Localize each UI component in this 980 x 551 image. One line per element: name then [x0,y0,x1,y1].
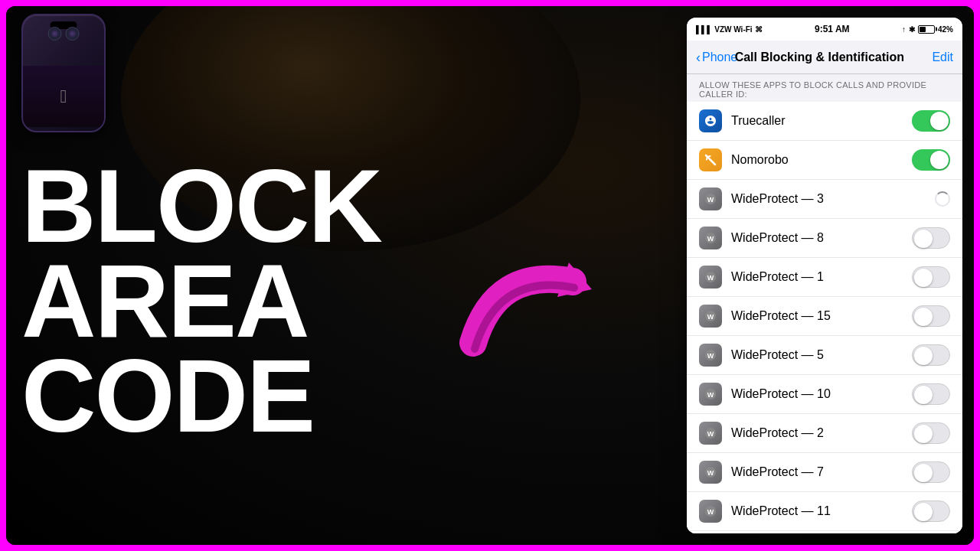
toggle-thumb [914,347,933,365]
list-item: WWideProtect — 15 [687,297,962,336]
svg-text:W: W [707,508,714,516]
left-area:  BLOCK AREA CODE [6,6,687,545]
big-text-line2: AREA [21,254,381,349]
list-item: WWideProtect — 7 [687,453,962,492]
status-bar: ▌▌▌ VZW Wi-Fi ⌘ 9:51 AM ↑ ✱ 42% [687,18,962,41]
toggle-thumb [914,425,933,443]
svg-text:W: W [707,391,714,399]
app-toggle[interactable] [912,461,950,483]
app-toggle[interactable] [912,305,950,327]
app-icon-wideprotect: W [699,461,722,484]
app-name-label: WideProtect — 15 [731,309,912,323]
list-item: WWideProtect — 11 [687,492,962,531]
svg-text:W: W [707,235,714,243]
app-toggle[interactable] [912,500,950,522]
app-toggle[interactable] [912,383,950,405]
nav-title: Call Blocking & Identification [711,51,927,64]
edit-button[interactable]: Edit [932,51,953,64]
status-right: ↑ ✱ 42% [902,25,953,34]
chevron-left-icon: ‹ [696,51,701,64]
main-container:  BLOCK AREA CODE [6,6,974,545]
toggle-thumb [914,308,933,326]
app-toggle[interactable] [912,110,950,132]
toggle-thumb [914,386,933,404]
app-toggle[interactable] [912,227,950,249]
list-item: Truecaller [687,102,962,141]
battery-fill [920,27,926,32]
location-icon: ↑ [902,25,906,34]
navigation-bar: ‹ Phone Call Blocking & Identification E… [687,41,962,74]
app-icon-truecaller [699,109,722,132]
app-name-label: WideProtect — 5 [731,348,912,362]
list-item: WWideProtect — 1 [687,258,962,297]
battery-percent: 42% [938,25,953,34]
app-name-label: Truecaller [731,114,912,128]
app-toggle[interactable] [912,344,950,366]
toggle-thumb [930,112,949,130]
status-time: 9:51 AM [815,24,850,34]
bluetooth-icon: ✱ [909,25,915,34]
app-icon-wideprotect: W [699,344,722,367]
camera-lens-2 [66,27,80,41]
signal-bars-icon: ▌▌▌ [696,25,712,34]
iphone-screen:  [23,66,104,127]
toggle-thumb [914,230,933,248]
apple-logo-icon:  [60,86,67,107]
side-button [104,38,106,69]
battery-icon [918,25,935,34]
arrow-container [450,220,603,373]
list-item: WWideProtect — 3 [687,180,962,219]
app-icon-wideprotect: W [699,266,722,289]
app-name-label: WideProtect — 11 [731,504,912,518]
app-icon-wideprotect: W [699,305,722,328]
big-text-line3: CODE [21,349,381,444]
app-list: TruecallerNomoroboWWideProtect — 3WWideP… [687,102,962,533]
app-icon-wideprotect: W [699,187,722,210]
app-name-label: WideProtect — 2 [731,426,912,440]
app-toggle[interactable] [912,149,950,171]
loading-spinner-icon [935,191,950,207]
list-item: Nomorobo [687,141,962,180]
svg-text:W: W [707,430,714,438]
svg-text:W: W [707,469,714,477]
toggle-thumb [914,269,933,287]
camera-lens-1 [48,27,62,41]
app-name-label: WideProtect — 1 [731,270,912,284]
toggle-thumb [930,151,949,169]
toggle-thumb [914,464,933,482]
app-name-label: WideProtect — 8 [731,231,912,245]
wifi-icon: ⌘ [755,25,763,34]
toggle-thumb [914,503,933,521]
svg-text:W: W [707,196,714,204]
iphone-body:  [21,14,106,132]
svg-text:W: W [707,274,714,282]
outer-border:  BLOCK AREA CODE [0,0,980,551]
app-icon-wideprotect: W [699,227,722,249]
iphone-mockup:  [21,14,113,136]
carrier-label: VZW Wi-Fi [714,25,752,34]
camera-area [48,27,80,41]
status-left: ▌▌▌ VZW Wi-Fi ⌘ [696,25,763,34]
svg-text:W: W [707,352,714,360]
big-text-line1: BLOCK [21,159,381,254]
app-icon-nomorobo [699,148,722,171]
list-item: WWideProtect — 8 [687,219,962,258]
app-icon-wideprotect: W [699,500,722,523]
svg-text:W: W [707,313,714,321]
list-item: WWideProtect — 12 [687,531,962,533]
app-name-label: Nomorobo [731,153,912,167]
app-name-label: WideProtect — 7 [731,465,912,479]
ios-settings-panel: ▌▌▌ VZW Wi-Fi ⌘ 9:51 AM ↑ ✱ 42% ‹ [687,18,962,533]
list-item: WWideProtect — 10 [687,375,962,414]
section-header: ALLOW THESE APPS TO BLOCK CALLS AND PROV… [687,74,962,102]
arrow-icon [450,220,603,373]
app-name-label: WideProtect — 3 [731,192,935,206]
app-name-label: WideProtect — 10 [731,387,912,401]
app-toggle[interactable] [912,266,950,288]
big-text-area: BLOCK AREA CODE [21,159,381,445]
list-item: WWideProtect — 2 [687,414,962,453]
list-item: WWideProtect — 5 [687,336,962,375]
app-icon-wideprotect: W [699,422,722,445]
app-icon-wideprotect: W [699,383,722,406]
app-toggle[interactable] [912,422,950,444]
